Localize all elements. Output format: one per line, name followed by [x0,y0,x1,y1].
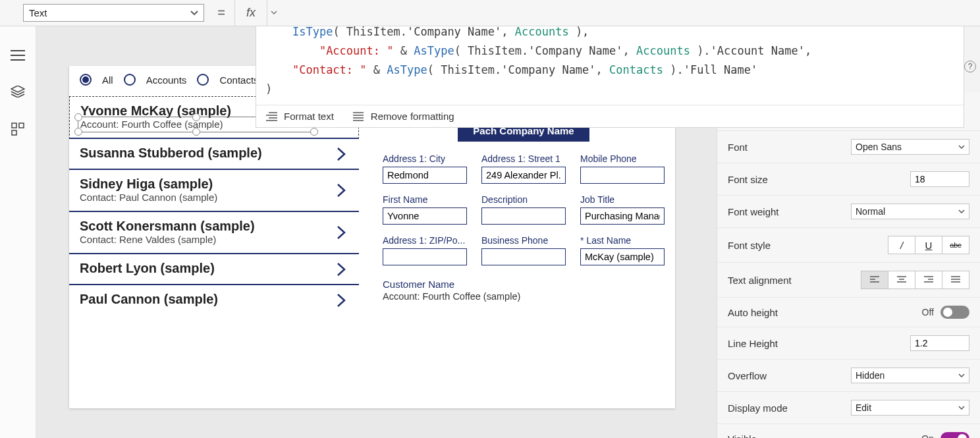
field-label: Address 1: ZIP/Po... [383,235,467,246]
hamburger-icon[interactable] [11,50,25,61]
gallery-item-title: Paul Cannon (sample) [80,292,348,307]
property-selector-label: Text [29,7,47,18]
gallery-item-title: Sidney Higa (sample) [80,177,348,192]
field-input[interactable] [383,167,467,184]
field-firstname: First Name [383,194,467,225]
gallery-item[interactable]: Paul Cannon (sample) [69,285,359,315]
underline-icon: U [925,240,933,251]
chevron-right-icon[interactable] [337,225,346,240]
field-label: Last Name [586,235,631,246]
gallery-item[interactable]: Sidney Higa (sample) Contact: Paul Canno… [69,170,359,212]
field-input[interactable] [481,207,566,225]
remove-formatting-label: Remove formatting [371,111,454,122]
fx-icon[interactable]: fx [234,0,267,26]
components-icon[interactable] [11,123,24,136]
radio-contacts[interactable] [197,74,209,86]
field-label: Address 1: Street 1 [481,153,566,164]
prop-fontweight-value: Normal [856,206,885,217]
field-mobile: Mobile Phone [580,153,665,184]
remove-formatting-button[interactable]: Remove formatting [352,111,454,122]
remove-formatting-icon [352,112,364,121]
gallery-item[interactable]: Robert Lyon (sample) [69,254,359,285]
align-right-button[interactable] [915,271,942,289]
prop-displaymode-value: Edit [856,402,871,413]
chevron-right-icon[interactable] [337,262,346,277]
chevron-down-icon [958,209,965,213]
chevron-right-icon[interactable] [337,183,346,198]
gallery-item-title: Scott Konersmann (sample) [80,219,348,234]
customer-name-block: Customer Name Account: Fourth Coffee (sa… [383,279,665,302]
field-input[interactable] [481,167,566,184]
svg-rect-1 [19,123,24,128]
radio-all[interactable] [80,74,92,86]
field-street: Address 1: Street 1 [481,153,566,184]
properties-panel: Text Account: Fourth Coffee (sample) Fon… [717,92,980,438]
align-left-icon [869,276,880,284]
radio-accounts[interactable] [124,74,136,86]
required-star: * [580,235,584,246]
strikethrough-button[interactable]: abc [942,236,969,254]
field-label: Description [481,194,566,205]
format-text-icon [265,112,277,121]
field-input[interactable] [481,248,566,265]
customer-name-value: Account: Fourth Coffee (sample) [383,291,665,302]
align-center-icon [896,276,907,284]
field-input[interactable] [383,207,467,225]
field-description: Description [481,194,566,225]
italic-icon: / [900,240,903,251]
field-input[interactable] [580,207,665,225]
format-text-button[interactable]: Format text [265,111,334,122]
prop-fontweight-label: Font weight [728,206,779,217]
format-text-label: Format text [284,111,334,122]
field-label: First Name [383,194,467,205]
prop-lineheight-input[interactable] [910,335,969,351]
align-justify-icon [950,276,961,284]
gallery-item-subtitle: Contact: Rene Valdes (sample) [80,234,348,245]
prop-font-value: Open Sans [856,142,902,152]
field-input[interactable] [383,248,467,265]
chevron-down-icon [190,11,198,16]
field-jobtitle: Job Title [580,194,665,225]
italic-button[interactable]: / [888,236,915,254]
prop-fontweight-dropdown[interactable]: Normal [851,204,969,219]
prop-lineheight-label: Line Height [728,338,778,349]
prop-fontsize-input[interactable] [910,171,969,187]
property-selector[interactable]: Text [23,4,204,22]
align-justify-button[interactable] [942,271,969,289]
field-input[interactable] [580,248,665,265]
chevron-right-icon[interactable] [337,293,346,308]
prop-overflow-dropdown[interactable]: Hidden [851,368,969,383]
align-center-button[interactable] [888,271,915,289]
prop-visible-toggle[interactable] [940,432,969,438]
radio-all-label: All [102,74,113,86]
fx-chevron-icon[interactable] [267,0,281,26]
prop-visible-label: Visible [728,433,757,439]
customer-name-header: Customer Name [383,279,665,290]
prop-displaymode-dropdown[interactable]: Edit [851,400,969,416]
chevron-right-icon[interactable] [337,147,346,161]
prop-overflow-label: Overflow [728,370,767,381]
align-right-icon [923,276,934,284]
prop-fontsize-label: Font size [728,174,768,185]
field-businessphone: Business Phone [481,235,566,265]
field-input[interactable] [580,167,665,184]
gallery-item[interactable]: Scott Konersmann (sample) Contact: Rene … [69,212,359,254]
gallery-item[interactable]: Susanna Stubberod (sample) [69,139,359,170]
layers-icon[interactable] [11,86,25,97]
underline-button[interactable]: U [915,236,942,254]
strikethrough-icon: abc [950,241,962,249]
equals-icon: = [208,0,234,26]
prop-font-dropdown[interactable]: Open Sans [851,139,969,155]
help-icon[interactable]: ? [964,61,976,72]
prop-fontstyle-label: Font style [728,240,771,251]
field-label: Job Title [580,194,665,205]
align-left-button[interactable] [861,271,888,289]
prop-visible-state: On [921,433,934,438]
prop-autoheight-toggle[interactable] [940,306,969,319]
gallery-item-subtitle: Contact: Paul Cannon (sample) [80,192,348,203]
prop-overflow-value: Hidden [856,370,885,381]
prop-displaymode-label: Display mode [728,402,788,414]
chevron-down-icon [958,145,965,149]
gallery-item-title: Susanna Stubberod (sample) [80,146,348,161]
field-label: Address 1: City [383,153,467,164]
